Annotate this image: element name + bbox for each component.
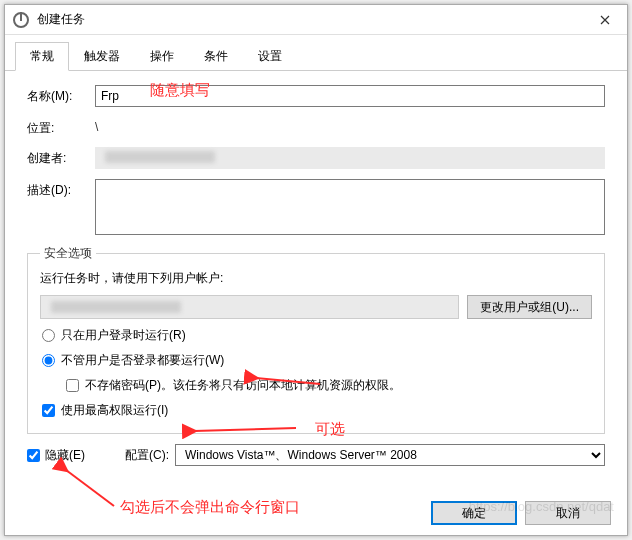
user-account-box [40, 295, 459, 319]
config-label: 配置(C): [125, 447, 169, 464]
tab-bar: 常规 触发器 操作 条件 设置 [5, 35, 627, 71]
description-textarea[interactable] [95, 179, 605, 235]
window-title: 创建任务 [37, 11, 583, 28]
tab-actions[interactable]: 操作 [135, 42, 189, 71]
radio-always[interactable]: 不管用户是否登录都要运行(W) [42, 352, 592, 369]
tab-content: 名称(M): 位置: \ 创建者: 描述(D): 安全选项 运行任务时，请使用下… [5, 71, 627, 491]
radio-logged-in[interactable]: 只在用户登录时运行(R) [42, 327, 592, 344]
cancel-button[interactable]: 取消 [525, 501, 611, 525]
security-prompt: 运行任务时，请使用下列用户帐户: [40, 270, 592, 287]
name-label: 名称(M): [27, 85, 95, 105]
location-value: \ [95, 117, 605, 134]
location-label: 位置: [27, 117, 95, 137]
tab-conditions[interactable]: 条件 [189, 42, 243, 71]
titlebar: 创建任务 [5, 5, 627, 35]
check-highest-priv[interactable]: 使用最高权限运行(I) [42, 402, 592, 419]
dialog-footer: 确定 取消 [5, 491, 627, 535]
close-icon [600, 15, 610, 25]
check-hidden-label: 隐藏(E) [45, 447, 85, 464]
check-hidden-input[interactable] [27, 449, 40, 462]
tab-triggers[interactable]: 触发器 [69, 42, 135, 71]
check-highest-priv-input[interactable] [42, 404, 55, 417]
radio-always-input[interactable] [42, 354, 55, 367]
security-groupbox: 安全选项 运行任务时，请使用下列用户帐户: 更改用户或组(U)... 只在用户登… [27, 245, 605, 434]
tab-settings[interactable]: 设置 [243, 42, 297, 71]
radio-always-label: 不管用户是否登录都要运行(W) [61, 352, 224, 369]
create-task-dialog: 创建任务 常规 触发器 操作 条件 设置 名称(M): 位置: \ 创建者: 描… [4, 4, 628, 536]
config-select[interactable]: Windows Vista™、Windows Server™ 2008 [175, 444, 605, 466]
creator-value [95, 147, 605, 169]
creator-label: 创建者: [27, 147, 95, 167]
name-input[interactable] [95, 85, 605, 107]
radio-logged-in-input[interactable] [42, 329, 55, 342]
change-user-button[interactable]: 更改用户或组(U)... [467, 295, 592, 319]
radio-logged-in-label: 只在用户登录时运行(R) [61, 327, 186, 344]
ok-button[interactable]: 确定 [431, 501, 517, 525]
check-no-store-pwd-input[interactable] [66, 379, 79, 392]
check-highest-priv-label: 使用最高权限运行(I) [61, 402, 168, 419]
tab-general[interactable]: 常规 [15, 42, 69, 71]
security-legend: 安全选项 [40, 245, 96, 262]
check-hidden[interactable]: 隐藏(E) [27, 447, 85, 464]
clock-icon [13, 12, 29, 28]
check-no-store-pwd-label: 不存储密码(P)。该任务将只有访问本地计算机资源的权限。 [85, 377, 401, 394]
description-label: 描述(D): [27, 179, 95, 199]
check-no-store-pwd[interactable]: 不存储密码(P)。该任务将只有访问本地计算机资源的权限。 [66, 377, 592, 394]
close-button[interactable] [583, 5, 627, 35]
